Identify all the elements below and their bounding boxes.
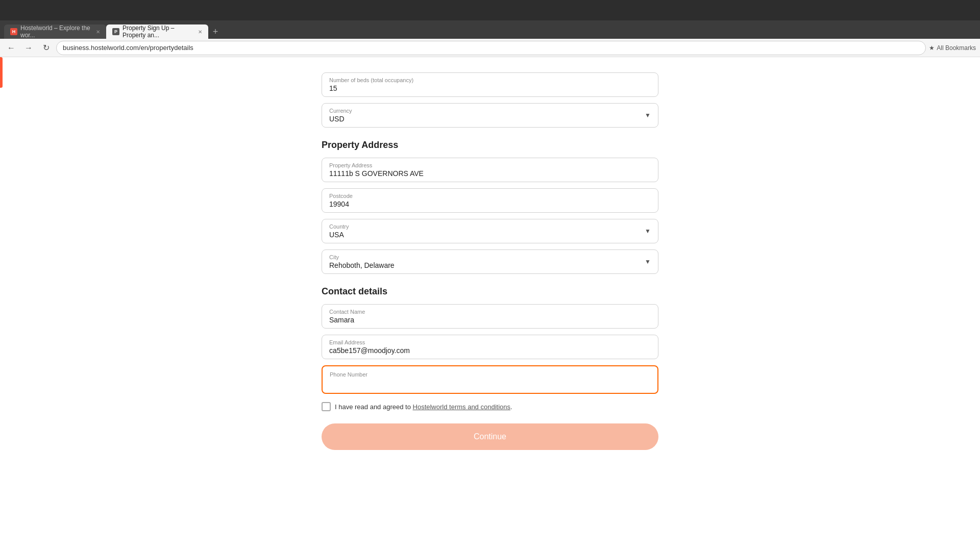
currency-content: Currency USD: [329, 108, 352, 123]
all-bookmarks-label: All Bookmarks: [937, 44, 976, 52]
contact-details-heading: Contact details: [322, 286, 658, 297]
property-address-value: 11111b S GOVERNORS AVE: [329, 169, 424, 178]
currency-field-group: Currency USD ▼: [322, 103, 658, 128]
terms-link[interactable]: Hostelworld terms and conditions: [413, 403, 510, 411]
terms-checkbox[interactable]: [322, 402, 331, 411]
tab-label-hostelworld: Hostelworld – Explore the wor...: [20, 24, 91, 39]
email-value: ca5be157@moodjoy.com: [329, 346, 410, 355]
tab-close-hostelworld[interactable]: ✕: [96, 29, 100, 35]
country-chevron-icon: ▼: [645, 228, 651, 235]
tab-property-signup[interactable]: P Property Sign Up – Property an... ✕: [106, 24, 208, 39]
tab-label-property: Property Sign Up – Property an...: [122, 24, 193, 39]
beds-label: Number of beds (total occupancy): [329, 77, 651, 83]
country-field-wrapper[interactable]: Country USA ▼: [322, 219, 658, 243]
tab-close-property[interactable]: ✕: [198, 29, 202, 35]
country-value: USA: [329, 231, 344, 239]
phone-label: Phone Number: [330, 371, 650, 378]
country-label: Country: [329, 223, 349, 230]
continue-button[interactable]: Continue: [322, 423, 658, 450]
email-label: Email Address: [329, 339, 651, 345]
browser-chrome: [0, 0, 980, 20]
currency-chevron-icon: ▼: [645, 112, 651, 119]
bookmark-area: ★ All Bookmarks: [929, 44, 976, 52]
country-content: Country USA: [329, 223, 349, 239]
currency-field-wrapper[interactable]: Currency USD ▼: [322, 103, 658, 128]
currency-label: Currency: [329, 108, 352, 114]
terms-checkbox-row: I have read and agreed to Hostelworld te…: [322, 402, 658, 411]
phone-field-group: Phone Number: [322, 365, 658, 394]
email-field-group: Email Address ca5be157@moodjoy.com: [322, 335, 658, 359]
left-accent-bar: [0, 57, 3, 88]
phone-input[interactable]: [330, 380, 650, 388]
terms-label-after: .: [510, 403, 512, 411]
terms-label-before: I have read and agreed to: [335, 403, 411, 411]
city-value: Rehoboth, Delaware: [329, 261, 395, 269]
beds-value: 15: [329, 84, 337, 92]
page-content: Number of beds (total occupancy) 15 Curr…: [0, 57, 980, 551]
reload-button[interactable]: ↻: [39, 41, 53, 55]
tab-hostelworld[interactable]: H Hostelworld – Explore the wor... ✕: [4, 24, 106, 39]
address-bar[interactable]: business.hostelworld.com/en/propertydeta…: [56, 41, 926, 55]
address-text: business.hostelworld.com/en/propertydeta…: [63, 44, 193, 52]
new-tab-button[interactable]: +: [208, 24, 223, 39]
country-field-group: Country USA ▼: [322, 219, 658, 243]
form-container: Number of beds (total occupancy) 15 Curr…: [322, 67, 658, 541]
property-address-field-wrapper[interactable]: Property Address 11111b S GOVERNORS AVE: [322, 158, 658, 182]
city-content: City Rehoboth, Delaware: [329, 254, 395, 269]
currency-value: USD: [329, 115, 345, 123]
postcode-value: 19904: [329, 200, 349, 208]
tab-bar: H Hostelworld – Explore the wor... ✕ P P…: [0, 20, 980, 39]
property-address-label: Property Address: [329, 162, 651, 168]
contact-name-field-wrapper[interactable]: Contact Name Samara: [322, 304, 658, 329]
address-bar-row: ← → ↻ business.hostelworld.com/en/proper…: [0, 39, 980, 57]
city-field-wrapper[interactable]: City Rehoboth, Delaware ▼: [322, 249, 658, 274]
tab-favicon-property: P: [112, 28, 119, 35]
property-address-heading: Property Address: [322, 140, 658, 151]
tab-favicon-hostelworld: H: [10, 28, 17, 35]
terms-label: I have read and agreed to Hostelworld te…: [335, 403, 512, 411]
forward-button[interactable]: →: [21, 41, 36, 55]
contact-name-field-group: Contact Name Samara: [322, 304, 658, 329]
city-chevron-icon: ▼: [645, 258, 651, 265]
city-field-group: City Rehoboth, Delaware ▼: [322, 249, 658, 274]
beds-field-group: Number of beds (total occupancy) 15: [322, 72, 658, 97]
property-address-field-group: Property Address 11111b S GOVERNORS AVE: [322, 158, 658, 182]
postcode-label: Postcode: [329, 193, 651, 199]
back-button[interactable]: ←: [4, 41, 18, 55]
postcode-field-group: Postcode 19904: [322, 188, 658, 213]
email-field-wrapper[interactable]: Email Address ca5be157@moodjoy.com: [322, 335, 658, 359]
postcode-field-wrapper[interactable]: Postcode 19904: [322, 188, 658, 213]
star-icon[interactable]: ★: [929, 44, 935, 52]
contact-name-label: Contact Name: [329, 309, 651, 315]
contact-name-value: Samara: [329, 316, 354, 324]
phone-field-wrapper[interactable]: Phone Number: [322, 365, 658, 394]
beds-field-wrapper[interactable]: Number of beds (total occupancy) 15: [322, 72, 658, 97]
city-label: City: [329, 254, 395, 260]
